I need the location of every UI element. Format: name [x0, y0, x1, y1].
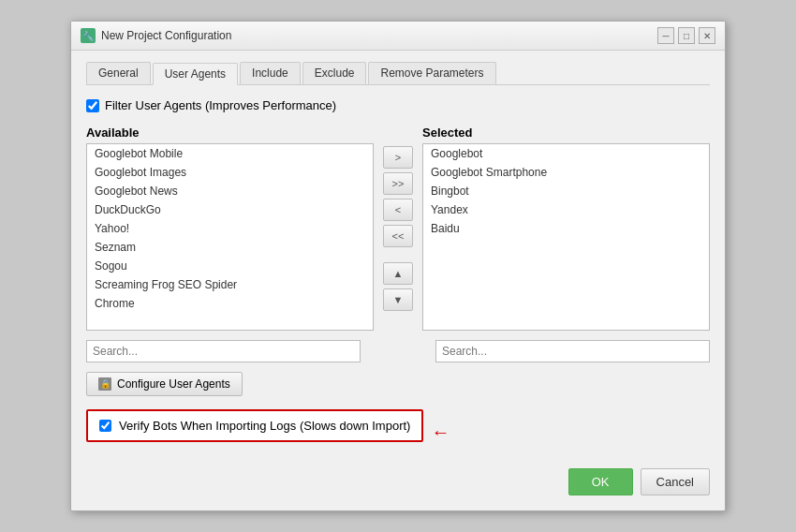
list-item[interactable]: DuckDuckGo — [87, 200, 373, 219]
list-item[interactable]: Chrome — [87, 294, 373, 313]
verify-label: Verify Bots When Importing Logs (Slows d… — [119, 419, 410, 433]
available-section: Available Googlebot MobileGooglebot Imag… — [86, 126, 374, 331]
tab-exclude[interactable]: Exclude — [302, 62, 367, 84]
available-header: Available — [86, 126, 374, 140]
verify-row: Verify Bots When Importing Logs (Slows d… — [86, 409, 423, 442]
move-up-button[interactable]: ▲ — [383, 262, 413, 285]
tab-bar: General User Agents Include Exclude Remo… — [86, 62, 710, 85]
list-item[interactable]: Screaming Frog SEO Spider — [87, 275, 373, 294]
dialog-window: 🔧 New Project Configuration ─ □ ✕ Genera… — [70, 21, 726, 511]
arrow-indicator: ← — [431, 421, 450, 443]
tab-remove-parameters[interactable]: Remove Parameters — [368, 62, 495, 84]
list-item[interactable]: Googlebot Images — [87, 163, 373, 182]
move-left-all-button[interactable]: << — [383, 225, 413, 247]
ok-button[interactable]: OK — [568, 468, 633, 495]
tab-user-agents[interactable]: User Agents — [153, 63, 238, 85]
selected-section: Selected GooglebotGooglebot SmartphoneBi… — [422, 126, 710, 331]
app-icon: 🔧 — [81, 28, 96, 43]
filter-row: Filter User Agents (Improves Performance… — [86, 98, 710, 112]
move-left-single-button[interactable]: < — [383, 199, 413, 221]
available-search-input[interactable] — [86, 340, 361, 362]
list-item[interactable]: Baidu — [423, 219, 709, 238]
list-item[interactable]: Googlebot Smartphone — [423, 163, 709, 182]
selected-header: Selected — [422, 126, 710, 140]
list-item[interactable]: Seznam — [87, 238, 373, 257]
list-item[interactable]: Googlebot News — [87, 182, 373, 200]
list-item[interactable]: Yahoo! — [87, 219, 373, 238]
list-item[interactable]: Googlebot Mobile — [87, 144, 373, 163]
title-bar: 🔧 New Project Configuration ─ □ ✕ — [71, 22, 725, 51]
footer-buttons: OK Cancel — [86, 468, 710, 495]
search-row — [86, 340, 710, 362]
selected-list[interactable]: GooglebotGooglebot SmartphoneBingbotYand… — [422, 143, 710, 331]
move-right-single-button[interactable]: > — [383, 146, 413, 169]
move-right-all-button[interactable]: >> — [383, 172, 413, 195]
lock-icon: 🔒 — [98, 377, 111, 391]
filter-label: Filter User Agents (Improves Performance… — [105, 98, 336, 112]
cancel-button[interactable]: Cancel — [641, 468, 710, 495]
configure-user-agents-button[interactable]: 🔒 Configure User Agents — [86, 372, 243, 396]
list-item[interactable]: Yandex — [423, 200, 709, 219]
move-down-button[interactable]: ▼ — [383, 288, 413, 311]
maximize-button[interactable]: □ — [678, 27, 695, 44]
list-item[interactable]: Bingbot — [423, 182, 709, 200]
available-list[interactable]: Googlebot MobileGooglebot ImagesGooglebo… — [86, 143, 374, 331]
configure-btn-label: Configure User Agents — [117, 377, 230, 391]
close-button[interactable]: ✕ — [699, 27, 715, 44]
list-item[interactable]: Sogou — [87, 257, 373, 275]
minimize-button[interactable]: ─ — [657, 27, 674, 44]
lists-container: Available Googlebot MobileGooglebot Imag… — [86, 126, 710, 331]
tab-include[interactable]: Include — [240, 62, 301, 84]
tab-general[interactable]: General — [86, 62, 151, 84]
filter-checkbox[interactable] — [86, 99, 99, 112]
red-arrow-icon: ← — [431, 421, 450, 443]
window-title: New Project Configuration — [101, 29, 231, 42]
dialog-content: General User Agents Include Exclude Remo… — [71, 51, 725, 510]
selected-search-input[interactable] — [435, 340, 710, 362]
verify-checkbox[interactable] — [99, 420, 111, 432]
transfer-buttons: > >> < << ▲ ▼ — [374, 126, 422, 311]
list-item[interactable]: Googlebot — [423, 144, 709, 163]
